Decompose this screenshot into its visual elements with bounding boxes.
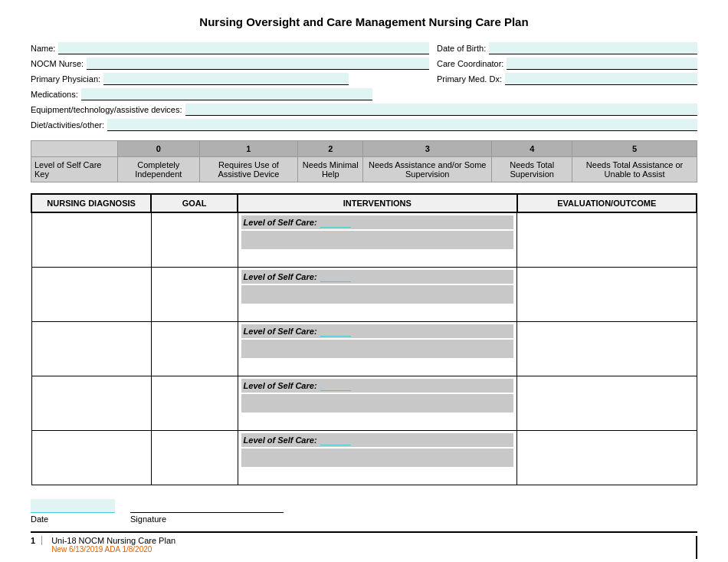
nocm-input[interactable]	[87, 58, 429, 70]
goal-cell-2[interactable]	[151, 268, 238, 322]
col-header-0: 0	[117, 141, 199, 157]
footer-line1: Uni-18 NOCM Nursing Care Plan	[51, 536, 175, 545]
form-row-diet: Diet/activities/other:	[31, 119, 697, 131]
date-input[interactable]	[31, 499, 115, 513]
name-input[interactable]	[58, 42, 429, 54]
eval-cell-3[interactable]	[517, 322, 697, 376]
level-of-care-input-2[interactable]	[320, 271, 351, 282]
diet-input[interactable]	[107, 119, 697, 131]
table-row: Level of Self Care:	[31, 322, 697, 376]
form-row-name-dob: Name: Date of Birth:	[31, 42, 697, 54]
interv-text-row-3a[interactable]	[241, 340, 514, 358]
signature-line[interactable]	[130, 499, 284, 513]
level-of-care-row-1: Level of Self Care:	[241, 215, 514, 229]
physician-label: Primary Physician:	[31, 74, 100, 84]
interv-text-row-5a[interactable]	[241, 449, 514, 467]
level-of-care-input-3[interactable]	[320, 326, 351, 337]
interv-empty-2	[241, 305, 514, 319]
equipment-input[interactable]	[185, 104, 698, 116]
nursing-care-table: NURSING DIAGNOSIS GOAL INTERVENTIONS EVA…	[31, 193, 697, 485]
footer-right-border	[696, 536, 697, 559]
self-care-desc-4: Needs Total Supervision	[492, 157, 572, 182]
footer: 1 Uni-18 NOCM Nursing Care Plan New 6/13…	[31, 531, 697, 559]
th-evaluation: EVALUATION/OUTCOME	[517, 194, 697, 212]
col-header-1: 1	[199, 141, 298, 157]
level-of-care-input-5[interactable]	[320, 435, 351, 445]
interv-cell-5: Level of Self Care:	[238, 431, 517, 485]
form-row-equipment: Equipment/technology/assistive devices:	[31, 104, 697, 116]
nocm-group: NOCM Nurse:	[31, 58, 429, 70]
footer-info: Uni-18 NOCM Nursing Care Plan New 6/13/2…	[51, 536, 175, 554]
diag-cell-1[interactable]	[31, 212, 151, 268]
table-row: Level of Self Care:	[31, 268, 697, 322]
primary-med-input[interactable]	[505, 73, 697, 85]
form-row-nocm-coord: NOCM Nurse: Care Coordinator:	[31, 58, 697, 70]
self-care-desc-2: Needs Minimal Help	[298, 157, 363, 182]
col-header-3: 3	[363, 141, 492, 157]
level-of-care-row-3: Level of Self Care:	[241, 324, 514, 338]
self-care-desc-1: Requires Use of Assistive Device	[199, 157, 298, 182]
form-row-medications: Medications:	[31, 88, 697, 100]
goal-cell-5[interactable]	[151, 431, 238, 485]
eval-cell-1[interactable]	[517, 212, 697, 268]
goal-cell-4[interactable]	[151, 376, 238, 431]
interv-text-row-2a[interactable]	[241, 285, 514, 304]
footer-page-number: 1	[31, 536, 42, 545]
table-row: Level of Self Care:	[31, 431, 697, 485]
self-care-key-label: Level of Self Care Key	[31, 157, 118, 182]
interv-empty-5	[241, 468, 514, 482]
interv-cell-4: Level of Self Care:	[238, 376, 517, 431]
physician-input[interactable]	[103, 73, 349, 85]
eval-cell-5[interactable]	[517, 431, 697, 485]
level-of-care-row-5: Level of Self Care:	[241, 433, 514, 447]
primary-med-group: Primary Med. Dx:	[437, 73, 697, 85]
level-of-care-row-2: Level of Self Care:	[241, 270, 514, 284]
interv-cell-1: Level of Self Care:	[238, 212, 517, 268]
diet-label: Diet/activities/other:	[31, 120, 104, 130]
self-care-key-table: 0 1 2 3 4 5 Level of Self Care Key Compl…	[31, 140, 697, 182]
date-group: Date	[31, 499, 115, 524]
name-group: Name:	[31, 42, 429, 54]
care-coord-group: Care Coordinator:	[437, 58, 697, 70]
signature-group: Signature	[130, 499, 284, 524]
eval-cell-2[interactable]	[517, 268, 697, 322]
goal-cell-3[interactable]	[151, 322, 238, 376]
th-diagnosis: NURSING DIAGNOSIS	[31, 194, 151, 212]
date-label: Date	[31, 514, 48, 524]
diag-cell-5[interactable]	[31, 431, 151, 485]
interv-text-row-1a[interactable]	[241, 231, 514, 249]
self-care-key-empty-header	[31, 141, 118, 157]
self-care-desc-3: Needs Assistance and/or Some Supervision	[363, 157, 492, 182]
level-of-care-input-4[interactable]	[320, 380, 351, 391]
dob-label: Date of Birth:	[437, 44, 486, 53]
col-header-5: 5	[572, 141, 697, 157]
medications-input[interactable]	[81, 88, 372, 100]
primary-med-label: Primary Med. Dx:	[437, 74, 502, 84]
medications-label: Medications:	[31, 90, 78, 99]
self-care-desc-0: Completely Independent	[117, 157, 199, 182]
col-header-2: 2	[298, 141, 363, 157]
level-of-care-label-4: Level of Self Care:	[244, 381, 317, 390]
interv-text-row-4a[interactable]	[241, 394, 514, 412]
diag-cell-4[interactable]	[31, 376, 151, 431]
care-coord-label: Care Coordinator:	[437, 59, 503, 68]
goal-cell-1[interactable]	[151, 212, 238, 268]
interv-cell-2: Level of Self Care:	[238, 268, 517, 322]
form-row-physician: Primary Physician: Primary Med. Dx:	[31, 73, 697, 85]
diag-cell-2[interactable]	[31, 268, 151, 322]
eval-cell-4[interactable]	[517, 376, 697, 431]
interv-empty-1	[241, 251, 514, 265]
level-of-care-row-4: Level of Self Care:	[241, 379, 514, 393]
level-of-care-input-1[interactable]	[320, 217, 351, 228]
diag-cell-3[interactable]	[31, 322, 151, 376]
signature-section: Date Signature	[31, 499, 697, 524]
dob-input[interactable]	[489, 42, 697, 54]
table-row: Level of Self Care:	[31, 212, 697, 268]
level-of-care-label-3: Level of Self Care:	[244, 327, 317, 336]
col-header-4: 4	[492, 141, 572, 157]
th-goal: GOAL	[151, 194, 238, 212]
care-coord-input[interactable]	[507, 58, 697, 70]
footer-line2: New 6/13/2019 ADA 1/8/2020	[51, 545, 175, 554]
nocm-label: NOCM Nurse:	[31, 59, 84, 68]
interv-cell-3: Level of Self Care:	[238, 322, 517, 376]
